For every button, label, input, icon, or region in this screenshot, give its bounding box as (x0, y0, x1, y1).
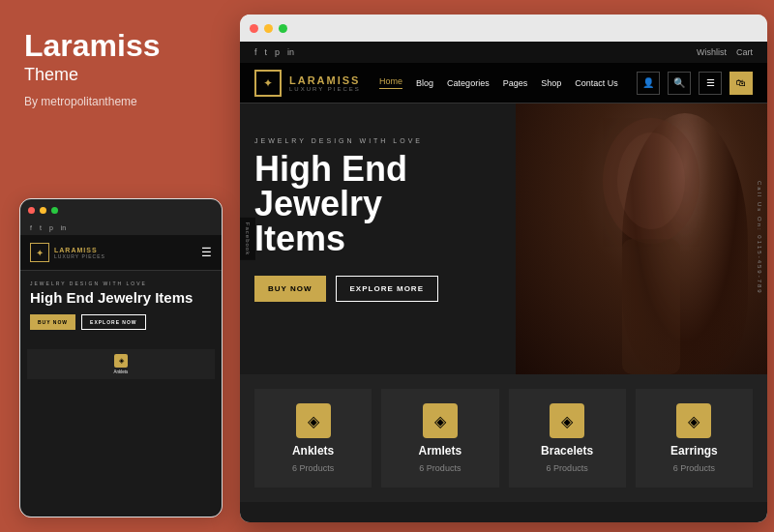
cart-link[interactable]: Cart (736, 47, 753, 57)
search-icon-button[interactable]: 🔍 (668, 72, 691, 95)
desktop-content: f t p in Wishlist Cart ✦ LARAMISS LUXURY… (240, 42, 767, 522)
list-item[interactable]: ◈ Bracelets 6 Products (509, 389, 626, 488)
mobile-logo-sub: LUXURY PIECES (54, 253, 105, 259)
anklets-icon: ◈ (296, 403, 331, 438)
hero-tag: JEWELRY DESIGN WITH LOVE (254, 137, 506, 144)
list-item[interactable]: ◈ Anklets 6 Products (254, 389, 372, 488)
mobile-dot-green (51, 207, 58, 214)
menu-icon-button[interactable]: ☰ (699, 72, 722, 95)
mobile-logo-text: LARAMISS (54, 247, 105, 253)
bracelets-icon: ◈ (550, 403, 584, 438)
desktop-top-right: Wishlist Cart (697, 47, 753, 57)
desktop-logo: ✦ LARAMISS LUXURY PIECES (254, 70, 361, 97)
desktop-main-nav: ✦ LARAMISS LUXURY PIECES Home Blog Categ… (240, 63, 767, 103)
desktop-facebook-icon[interactable]: f (254, 47, 257, 57)
mobile-content: f t p in ✦ LARAMISS LUXURY PIECES ☰ (20, 221, 222, 517)
desktop-hero: Facebook JEWELRY DESIGN WITH LOVE High E… (240, 103, 767, 374)
anklets-name: Anklets (292, 444, 334, 458)
nav-link-shop[interactable]: Shop (541, 78, 561, 88)
svg-rect-2 (622, 239, 680, 374)
list-item[interactable]: ◈ Armlets 6 Products (381, 389, 498, 488)
anklets-count: 6 Products (292, 463, 334, 473)
cart-icon-button[interactable]: 🛍 (729, 72, 753, 95)
nav-link-pages[interactable]: Pages (503, 78, 528, 88)
desktop-logo-icon: ✦ (254, 70, 282, 97)
mobile-logo-icon: ✦ (30, 243, 49, 262)
desktop-social-icons: f t p in (254, 47, 294, 57)
desktop-dot-green (279, 24, 287, 33)
mobile-pinterest-icon: p (49, 224, 53, 231)
mobile-buy-now-button[interactable]: BUY NOW (30, 314, 75, 330)
earrings-icon: ◈ (676, 403, 711, 438)
list-item[interactable]: ◈ Earrings 6 Products (636, 389, 753, 488)
desktop-nav-action-icons: 👤 🔍 ☰ 🛍 (637, 72, 753, 95)
theme-author: By metropolitantheme (24, 95, 208, 108)
svg-point-1 (617, 133, 685, 229)
desktop-nav-links: Home Blog Categories Pages Shop Contact … (379, 76, 618, 89)
nav-link-categories[interactable]: Categories (447, 78, 490, 88)
hero-side-text: Call Us On: 0115-459-789 (757, 181, 762, 295)
bracelets-count: 6 Products (547, 463, 588, 473)
bracelets-name: Bracelets (541, 444, 593, 458)
desktop-pinterest-icon[interactable]: p (275, 47, 280, 57)
desktop-logo-sub-text: LUXURY PIECES (289, 86, 361, 92)
mobile-dot-red (28, 207, 35, 214)
hero-buy-now-button[interactable]: BUY NOW (254, 276, 326, 302)
mobile-twitter-icon: t (40, 224, 42, 231)
desktop-mockup: f t p in Wishlist Cart ✦ LARAMISS LUXURY… (240, 15, 767, 522)
desktop-dot-red (250, 24, 258, 33)
mobile-hero-buttons: BUY NOW EXPLORE NOW (30, 314, 212, 330)
mobile-explore-button[interactable]: EXPLORE NOW (81, 314, 146, 330)
category-anklets-icon: ◈ (114, 354, 128, 368)
nav-link-contact[interactable]: Contact Us (575, 78, 618, 88)
mobile-nav: ✦ LARAMISS LUXURY PIECES ☰ (20, 235, 222, 271)
wishlist-link[interactable]: Wishlist (697, 47, 727, 57)
mobile-hamburger-icon[interactable]: ☰ (201, 246, 212, 259)
nav-link-home[interactable]: Home (379, 76, 402, 89)
mobile-social-bar: f t p in (20, 221, 222, 235)
hero-left-social-text: Facebook (240, 218, 255, 260)
armlets-icon: ◈ (423, 403, 458, 438)
desktop-nav-top: f t p in Wishlist Cart (240, 42, 767, 63)
desktop-twitter-icon[interactable]: t (265, 47, 268, 57)
mobile-hero: JEWELRY DESIGN WITH LOVE High End Jewelr… (20, 271, 222, 342)
mobile-dot-yellow (40, 207, 46, 214)
hero-image (516, 103, 767, 374)
category-anklets-label: Anklets (114, 369, 129, 374)
hero-explore-button[interactable]: EXPLORE MORE (336, 276, 438, 302)
mobile-category-row: ◈ Anklets (20, 342, 222, 386)
nav-link-blog[interactable]: Blog (416, 78, 433, 88)
mobile-logo: ✦ LARAMISS LUXURY PIECES (30, 243, 105, 262)
hero-decorative-svg (516, 103, 758, 374)
list-item[interactable]: ◈ Anklets (27, 349, 215, 379)
hero-text-area: JEWELRY DESIGN WITH LOVE High EndJewelry… (254, 137, 506, 302)
earrings-name: Earrings (670, 444, 718, 458)
hero-title: High EndJewelryItems (254, 152, 506, 256)
mobile-hero-title: High End Jewelry Items (30, 290, 212, 307)
armlets-count: 6 Products (419, 463, 461, 473)
theme-title: Laramiss (24, 29, 208, 63)
theme-subtitle: Theme (24, 65, 208, 85)
mobile-mockup: f t p in ✦ LARAMISS LUXURY PIECES ☰ (19, 198, 223, 517)
hero-buttons: BUY NOW EXPLORE MORE (254, 276, 506, 302)
left-panel: Laramiss Theme By metropolitantheme f t … (0, 0, 232, 532)
account-icon-button[interactable]: 👤 (637, 72, 660, 95)
desktop-categories: ◈ Anklets 6 Products ◈ Armlets 6 Product… (240, 374, 767, 502)
armlets-name: Armlets (419, 444, 462, 458)
earrings-count: 6 Products (673, 463, 715, 473)
mobile-linkedin-icon: in (61, 224, 66, 231)
desktop-linkedin-icon[interactable]: in (287, 47, 294, 57)
mobile-hero-tag: JEWELRY DESIGN WITH LOVE (30, 281, 212, 286)
mobile-topbar (20, 199, 222, 221)
mobile-facebook-icon: f (30, 224, 32, 231)
desktop-logo-main-text: LARAMISS (289, 74, 361, 86)
desktop-dot-yellow (264, 24, 273, 33)
desktop-topbar (240, 15, 767, 42)
